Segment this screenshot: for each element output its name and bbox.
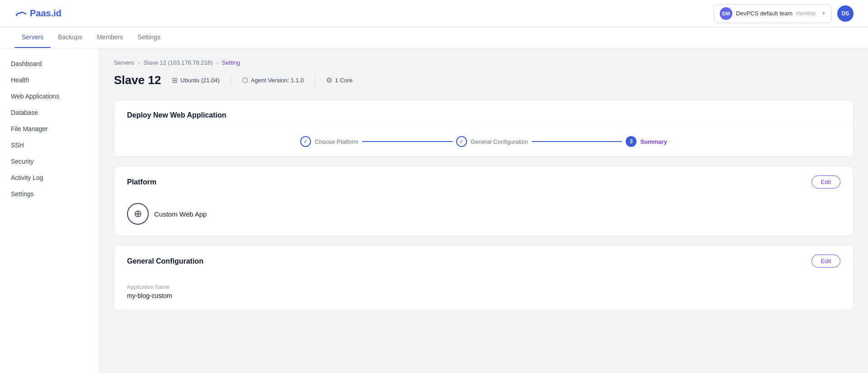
server-meta-cores: ⚙ 1 Core [326,76,353,85]
step-2-label: General Configuration [471,138,528,145]
sidebar-item-dashboard[interactable]: Dashboard [0,56,99,72]
meta-divider-2 [315,76,315,85]
breadcrumb-sep-2: › [216,59,218,66]
team-selector[interactable]: DM DevPCS default team member ▼ [714,4,832,23]
sidebar-item-ssh[interactable]: SSH [0,137,99,153]
team-name: DevPCS default team [736,10,793,17]
step-3-icon: 3 [626,136,637,147]
team-avatar: DM [720,7,732,20]
sidebar: Dashboard Health Web Applications Databa… [0,48,99,373]
platform-edit-button[interactable]: Edit [811,175,840,189]
main-content: Servers › Slave 12 (103.176.78.218) › Se… [99,48,868,373]
field-label-app-name: Application Name [127,284,840,290]
deploy-header: Deploy New Web Application [114,100,853,127]
field-value-app-name: my-blog-custom [127,292,840,299]
brand-logo[interactable]: Paas.id [14,8,61,19]
chevron-down-icon: ▼ [821,11,826,16]
user-avatar[interactable]: DS [837,5,854,22]
platform-icon: ⊕ [127,203,149,225]
nav-right: DM DevPCS default team member ▼ DS [714,4,854,23]
server-title: Slave 12 [114,73,161,87]
step-general-config: ✓ General Configuration [456,136,528,147]
sidebar-item-activity-log[interactable]: Activity Log [0,170,99,186]
server-meta-agent: ⬡ Agent Version: 1.1.0 [242,76,304,85]
general-config-section-title: General Configuration [127,257,203,265]
platform-card: Platform Edit ⊕ Custom Web App [114,166,854,236]
platform-section-title: Platform [127,178,156,186]
layers-icon: ⊞ [172,76,178,85]
step-3-label: Summary [640,138,667,145]
sidebar-item-settings[interactable]: Settings [0,186,99,202]
main-layout: Dashboard Health Web Applications Databa… [0,48,868,373]
platform-name: Custom Web App [154,210,207,218]
step-summary: 3 Summary [626,136,667,147]
tab-members[interactable]: Members [90,27,130,48]
sidebar-item-web-applications[interactable]: Web Applications [0,88,99,104]
breadcrumb: Servers › Slave 12 (103.176.78.218) › Se… [114,59,854,66]
general-config-edit-button[interactable]: Edit [811,255,840,268]
svg-point-0 [16,14,18,16]
sidebar-item-health[interactable]: Health [0,72,99,88]
sidebar-item-database[interactable]: Database [0,104,99,121]
tab-settings[interactable]: Settings [130,27,168,48]
cpu-icon: ⚙ [326,76,332,85]
general-config-card: General Configuration Edit Application N… [114,245,854,311]
step-connector-1 [362,141,453,142]
breadcrumb-servers[interactable]: Servers [114,59,134,66]
deploy-title: Deploy New Web Application [127,111,226,119]
breadcrumb-server[interactable]: Slave 12 (103.176.78.218) [143,59,212,66]
server-header: Slave 12 ⊞ Ubuntu (21.04) ⬡ Agent Versio… [114,73,854,87]
sidebar-item-security[interactable]: Security [0,153,99,170]
deploy-card: Deploy New Web Application ✓ Choose Plat… [114,100,854,157]
server-cores: 1 Core [335,77,353,84]
config-fields: Application Name my-blog-custom [114,275,853,310]
step-2-icon: ✓ [456,136,467,147]
meta-divider-1 [231,76,231,85]
step-choose-platform: ✓ Choose Platform [300,136,359,147]
sidebar-item-file-manager[interactable]: File Manager [0,121,99,137]
platform-content: ⊕ Custom Web App [114,196,853,236]
agent-icon: ⬡ [242,76,248,85]
general-config-section-header: General Configuration Edit [114,246,853,275]
server-agent: Agent Version: 1.1.0 [251,77,304,84]
team-role: member [796,10,816,17]
tab-servers[interactable]: Servers [14,27,51,48]
breadcrumb-sep-1: › [138,59,140,66]
step-1-icon: ✓ [300,136,311,147]
platform-section-header: Platform Edit [114,166,853,196]
steps-bar: ✓ Choose Platform ✓ General Configuratio… [114,127,853,156]
server-os: Ubuntu (21.04) [180,77,220,84]
navbar: Paas.id DM DevPCS default team member ▼ … [0,0,868,27]
tab-backups[interactable]: Backups [51,27,90,48]
step-1-label: Choose Platform [315,138,359,145]
server-meta-os: ⊞ Ubuntu (21.04) [172,76,220,85]
breadcrumb-current: Setting [222,59,240,66]
step-connector-2 [532,141,622,142]
tab-bar: Servers Backups Members Settings [0,27,868,48]
